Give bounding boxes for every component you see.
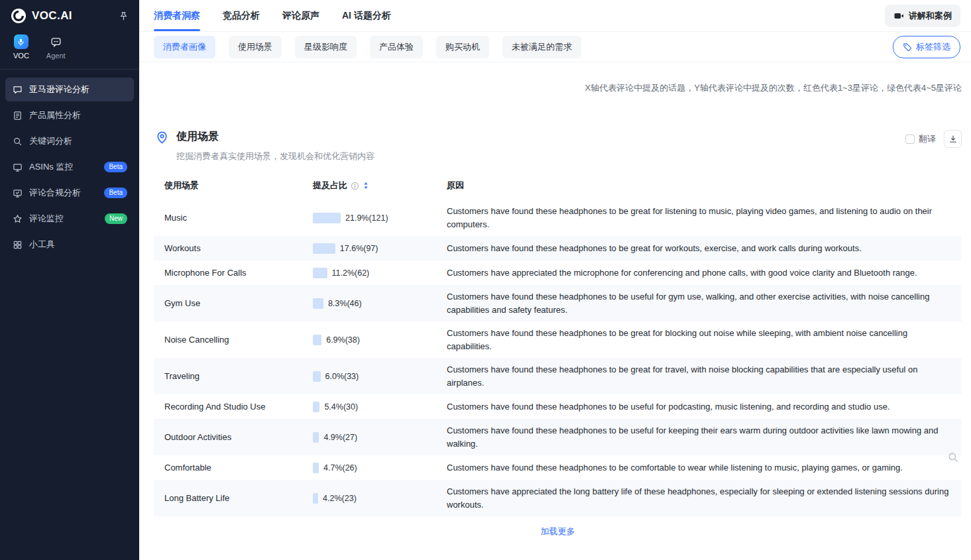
tab-2[interactable]: 竞品分析 [223,0,260,31]
table-row: Long Battery Life4.2%(23)Customers have … [154,480,962,516]
mention-cell: 11.2%(62) [313,262,447,284]
mention-bar [313,371,321,382]
reason-cell: Customers have found these headphones to… [447,419,962,455]
main-area: 消费者洞察竞品分析评论原声AI 话题分析 讲解和案例 消费者画像使用场景星级影响… [139,0,971,560]
sidebar-item-7[interactable]: 小工具 [5,233,134,256]
mention-label: 4.7%(26) [323,463,357,473]
info-icon[interactable] [351,182,359,190]
scene-cell: Long Battery Life [154,488,313,508]
table-row: Microphone For Calls11.2%(62)Customers h… [154,260,962,285]
sidebar-item-4[interactable]: ASINs 监控Beta [5,155,134,179]
usage-section: 使用场景 挖掘消费者真实使用场景，发现机会和优化营销内容 翻译 [154,130,962,545]
pill-1[interactable]: 消费者画像 [154,36,215,58]
pills: 消费者画像使用场景星级影响度产品体验购买动机未被满足的需求 [154,36,581,58]
mention-cell: 4.7%(26) [313,457,447,478]
mention-label: 6.0%(33) [325,372,359,381]
scene-cell: Microphone For Calls [154,262,313,283]
monitor-icon [12,162,23,172]
tab-1[interactable]: 消费者洞察 [154,0,200,31]
col-header-mention-label: 提及占比 [313,180,347,192]
app-root: VOC.AI VOC Agent 亚马逊评论分析产品属性分析关键词分析ASINs… [0,0,971,560]
reason-cell: Customers have found these headphones to… [447,237,962,260]
reason-cell: Customers have found these headphones to… [447,456,962,480]
table-row: Gym Use8.3%(46)Customers have found thes… [154,285,962,321]
sidebar-item-label: 评论合规分析 [29,187,81,199]
pill-6[interactable]: 未被满足的需求 [502,36,581,58]
sidebar-item-2[interactable]: 产品属性分析 [5,103,134,127]
mention-bar [313,402,319,412]
scene-cell: Gym Use [154,293,313,313]
scene-cell: Traveling [154,366,313,386]
load-more-link[interactable]: 加载更多 [541,526,575,536]
app-item-label: VOC [13,52,29,60]
scene-cell: Outdoor Activities [154,427,313,447]
sidebar-item-6[interactable]: 评论监控New [5,207,134,231]
beta-badge: Beta [104,162,127,172]
translate-toggle[interactable]: 翻译 [905,133,936,145]
mic-icon [14,34,29,49]
tag-icon [903,42,912,52]
translate-label: 翻译 [919,133,936,145]
mention-bar [313,335,321,345]
usage-table-header: 使用场景 提及占比 原因 [154,173,962,199]
app-item-label: Agent [46,52,66,60]
mention-label: 4.2%(23) [323,494,357,503]
sidebar-item-5[interactable]: 评论合规分析Beta [5,181,134,205]
reason-cell: Customers have found these headphones to… [447,199,962,236]
app-switcher: VOC Agent [0,29,139,70]
sidebar-item-3[interactable]: 关键词分析 [5,129,134,153]
reason-cell: Customers have found these headphones to… [447,285,962,321]
app-item-agent[interactable]: Agent [46,34,66,60]
mention-cell: 6.9%(38) [313,329,447,351]
sidebar-item-label: 亚马逊评论分析 [29,84,89,95]
comment-icon [12,85,23,95]
content: X轴代表评论中提及的话题，Y轴代表评论中提及的次数，红色代表1~3星评论，绿色代… [139,62,971,560]
usage-section-head: 使用场景 挖掘消费者真实使用场景，发现机会和优化营销内容 翻译 [154,130,962,162]
table-row: Comfortable4.7%(26)Customers have found … [154,455,962,480]
table-row: Outdoor Activities4.9%(27)Customers have… [154,419,962,455]
download-button[interactable] [944,130,962,148]
mention-label: 8.3%(46) [328,299,362,308]
table-row: Traveling6.0%(33)Customers have found th… [154,358,962,394]
pin-icon[interactable] [119,11,129,21]
help-button[interactable]: 讲解和案例 [885,5,960,27]
mention-bar [313,432,319,443]
scene-cell: Workouts [154,238,313,258]
sidebar-item-label: 评论监控 [29,213,64,225]
section-title: 使用场景 [176,130,374,144]
tag-filter-label: 标签筛选 [916,41,950,53]
reason-cell: Customers have found these headphones to… [447,321,962,358]
scene-cell: Recording And Studio Use [154,396,313,417]
mention-bar [313,213,341,223]
location-pin-icon [155,131,170,145]
table-row: Workouts17.6%(97)Customers have found th… [154,236,962,260]
col-header-scene: 使用场景 [154,180,313,192]
translate-checkbox[interactable] [905,135,915,144]
mention-cell: 5.4%(30) [313,396,447,418]
sidebar-item-1[interactable]: 亚马逊评论分析 [5,78,134,101]
sidebar-item-label: ASINs 监控 [29,161,73,173]
app-item-voc[interactable]: VOC [13,34,29,60]
reason-cell: Customers have found these headphones to… [447,395,962,419]
sidebar-item-label: 关键词分析 [29,135,72,147]
tab-3[interactable]: 评论原声 [282,0,319,31]
reason-cell: Customers have found these headphones to… [447,358,962,394]
tag-filter-button[interactable]: 标签筛选 [893,36,960,58]
pill-2[interactable]: 使用场景 [229,36,282,58]
chart-legend-note: X轴代表评论中提及的话题，Y轴代表评论中提及的次数，红色代表1~3星评论，绿色代… [154,62,962,94]
pill-3[interactable]: 星级影响度 [295,36,357,58]
pill-4[interactable]: 产品体验 [370,36,423,58]
mention-cell: 4.9%(27) [313,427,447,448]
video-camera-icon [893,11,904,21]
mention-label: 5.4%(30) [324,402,358,412]
magnifier-icon[interactable] [947,451,959,466]
mention-cell: 8.3%(46) [313,293,447,314]
mention-bar [313,243,335,254]
table-row: Noise Cancelling6.9%(38)Customers have f… [154,321,962,358]
pill-5[interactable]: 购买动机 [436,36,489,58]
tab-4[interactable]: AI 话题分析 [342,0,391,31]
load-more-wrap: 加载更多 [154,516,962,545]
sort-icon[interactable] [363,181,369,190]
top-nav: 消费者洞察竞品分析评论原声AI 话题分析 讲解和案例 [139,0,971,32]
mention-bar [313,493,318,504]
